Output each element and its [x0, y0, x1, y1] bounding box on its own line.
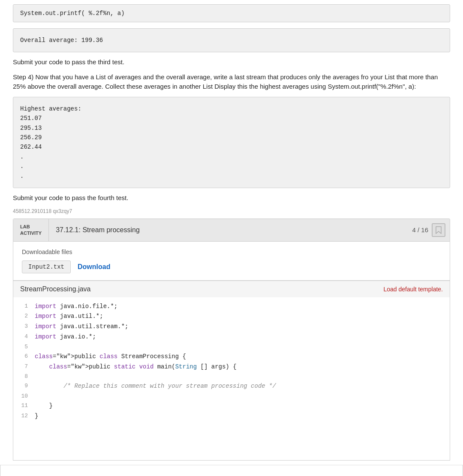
line-number: 12 [13, 411, 35, 422]
line-content: /* Replace this comment with your stream… [35, 381, 276, 392]
line-number: 4 [13, 332, 35, 342]
lab-activity-title: 37.12.1: Stream processing [49, 219, 408, 241]
table-row: 10 [13, 392, 450, 401]
lab-activity-bar: LAB ACTIVITY 37.12.1: Stream processing … [13, 219, 450, 242]
download-row: Input2.txt Download [22, 260, 441, 273]
line-number: 10 [13, 392, 35, 401]
progress-text: 4 / 16 [412, 226, 428, 234]
line-number: 8 [13, 372, 35, 381]
submit-third-text: Submit your code to pass the third test. [13, 57, 450, 67]
code-editor-header: StreamProcessing.java Load default templ… [13, 281, 450, 297]
line-number: 5 [13, 342, 35, 352]
line-content: import java.util.*; [35, 311, 103, 322]
table-row: 7 class="kw">public static void main(Str… [13, 362, 450, 372]
lab-activity-label: LAB ACTIVITY [13, 219, 49, 241]
line-number: 7 [13, 362, 35, 372]
table-row: 3import java.util.stream.*; [13, 322, 450, 332]
code-editor-container: StreamProcessing.java Load default templ… [13, 281, 450, 461]
lab-label-line2: ACTIVITY [20, 230, 42, 236]
table-row: 11 } [13, 401, 450, 411]
print-output-top: System.out.printf( %.2f%n, a) [13, 4, 450, 22]
lab-label-line1: LAB [20, 224, 42, 230]
code-lines[interactable]: 1import java.nio.file.*;2import java.uti… [13, 297, 450, 426]
table-row: 5 [13, 342, 450, 352]
svg-marker-0 [436, 227, 441, 234]
table-row: 6class="kw">public class StreamProcessin… [13, 352, 450, 362]
line-number: 11 [13, 401, 35, 411]
table-row: 2import java.util.*; [13, 311, 450, 322]
table-row: 8 [13, 372, 450, 381]
load-default-link[interactable]: Load default template. [383, 286, 443, 293]
code-editor-bottom-padding [13, 426, 450, 460]
line-content: import java.nio.file.*; [35, 302, 117, 312]
line-content: } [35, 411, 38, 422]
table-row: 9 /* Replace this comment with your stre… [13, 381, 450, 392]
content-area: System.out.printf( %.2f%n, a) Overall av… [0, 0, 463, 465]
code-filename: StreamProcessing.java [20, 285, 91, 293]
bookmark-icon [435, 226, 442, 234]
page-container: System.out.printf( %.2f%n, a) Overall av… [0, 0, 463, 476]
submit-fourth-text: Submit your code to pass the fourth test… [13, 193, 450, 203]
lab-panel: Downloadable files Input2.txt Download [13, 242, 450, 281]
progress-icon [432, 223, 445, 237]
line-number: 3 [13, 322, 35, 332]
line-content: class="kw">public static void main(Strin… [35, 362, 237, 372]
line-number: 1 [13, 302, 35, 312]
lab-activity-progress: 4 / 16 [408, 219, 450, 241]
filename-badge: Input2.txt [22, 260, 71, 273]
downloadable-files-label: Downloadable files [22, 248, 441, 255]
line-content: import java.util.stream.*; [35, 322, 128, 332]
line-content: } [35, 401, 53, 411]
bottom-bar [0, 465, 463, 476]
tracking-id: 458512.2910118 qx3zqy7 [13, 208, 450, 214]
line-number: 2 [13, 311, 35, 322]
table-row: 12} [13, 411, 450, 422]
table-row: 1import java.nio.file.*; [13, 302, 450, 312]
highest-averages-block: Highest averages: 251.07 295.13 256.29 2… [13, 97, 450, 188]
step4-paragraph: Step 4) Now that you have a List of aver… [13, 72, 450, 92]
line-number: 6 [13, 352, 35, 362]
table-row: 4import java.io.*; [13, 332, 450, 342]
download-link[interactable]: Download [78, 263, 110, 271]
line-number: 9 [13, 381, 35, 392]
overall-average-block: Overall average: 199.36 [13, 28, 450, 52]
line-content: import java.io.*; [35, 332, 96, 342]
line-content: class="kw">public class StreamProcessing… [35, 352, 186, 362]
